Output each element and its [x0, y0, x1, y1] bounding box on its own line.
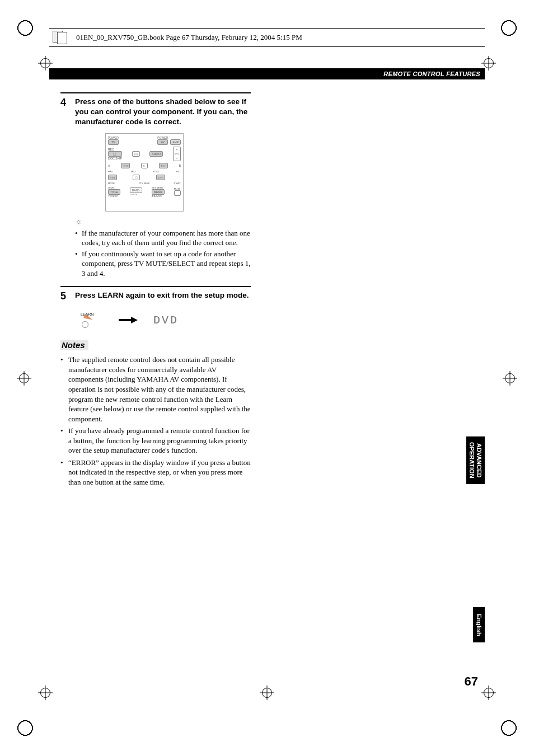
- main-column: 4 Press one of the buttons shaded below …: [60, 92, 251, 490]
- remote-vol-minus: –: [176, 157, 178, 160]
- remote-btn-audio: AUDIO: [149, 151, 163, 157]
- remote-btn-rec: ◯: [108, 151, 122, 157]
- remote-label: START: [174, 182, 181, 185]
- crop-mark: [17, 371, 31, 386]
- crop-mark: [260, 685, 274, 700]
- crop-mark: [481, 685, 496, 700]
- remote-label: A: [108, 164, 110, 167]
- learn-row: LEARN DVD: [81, 312, 251, 328]
- side-tab-line: OPERATION: [469, 442, 475, 478]
- remote-btn-mute: [174, 190, 181, 196]
- file-info-bar: 01EN_00_RXV750_GB.book Page 67 Thursday,…: [49, 28, 485, 47]
- remote-btn-stop: ▢: [133, 175, 140, 180]
- crop-mark: [38, 685, 53, 700]
- side-tab-english: English: [473, 607, 485, 643]
- step-4: 4 Press one of the buttons shaded below …: [60, 92, 251, 278]
- remote-btn-menu: MENU: [152, 189, 165, 195]
- remote-btn-title: TITLE: [108, 189, 120, 195]
- tip-icon: ☼: [75, 217, 251, 226]
- step-number: 4: [60, 97, 75, 128]
- remote-label: TV VOL: [130, 193, 142, 196]
- notes-heading-text: Notes: [60, 340, 88, 350]
- reg-mark: [500, 720, 517, 736]
- remote-label: JAZZ: [130, 170, 136, 173]
- tips-list: If the manufacturer of your component ha…: [75, 228, 251, 279]
- remote-label: DISC SKIP: [108, 157, 122, 160]
- side-tab-text: English: [476, 614, 483, 636]
- reg-mark: [17, 720, 34, 736]
- remote-label: POWER: [157, 136, 168, 139]
- remote-vol-plus: +: [176, 148, 178, 151]
- remote-diagram: POWER TV POWER AV AMP REC ◯: [105, 133, 184, 212]
- reg-mark: [500, 20, 517, 36]
- remote-label: MODE: [108, 182, 115, 185]
- remote-label: SET MENU: [152, 186, 165, 189]
- remote-label: ROCK: [153, 170, 160, 173]
- display-readout: DVD: [153, 314, 179, 327]
- step-text: Press one of the buttons shaded below to…: [75, 97, 251, 128]
- file-icon: [51, 31, 71, 44]
- tip-item: If you continuously want to set up a cod…: [75, 249, 251, 279]
- remote-btn-av: AV: [157, 139, 168, 145]
- remote-label: LEVEL: [108, 186, 120, 189]
- remote-btn-tv: TV: [108, 139, 119, 145]
- side-tab-advanced-operation: ADVANCED OPERATION: [466, 436, 485, 484]
- remote-label: ENT.: [176, 170, 181, 173]
- step-number: 5: [60, 290, 75, 302]
- remote-vol-label: VOL: [175, 152, 179, 155]
- section-banner: REMOTE CONTROL FEATURES: [49, 68, 485, 79]
- note-item: “ERROR” appears in the display window if…: [60, 458, 251, 487]
- remote-btn-band: BAND: [130, 187, 142, 193]
- step-5: 5 Press LEARN again to exit from the set…: [60, 286, 251, 328]
- notes-list: The supplied remote control does not con…: [60, 355, 251, 487]
- tip-item: If the manufacturer of your component ha…: [75, 228, 251, 248]
- learn-icon: LEARN: [81, 312, 103, 328]
- remote-label: HALL: [108, 170, 114, 173]
- note-item: If you have already programmed a remote …: [60, 426, 251, 456]
- notes-heading: Notes: [60, 340, 251, 350]
- remote-label: TV INPUT: [108, 195, 120, 198]
- remote-label: PTY SEEK: [139, 182, 150, 185]
- side-tabs: ADVANCED OPERATION English: [466, 436, 485, 642]
- remote-btn-ff: ▷▷: [159, 163, 168, 168]
- remote-btn-pause: ▯▯: [132, 151, 140, 157]
- remote-btn-rew: ◁◁: [121, 163, 130, 168]
- remote-btn-prev: ◁◁: [108, 175, 117, 180]
- page-number: 67: [465, 674, 478, 689]
- step-text: Press LEARN again to exit from the setup…: [75, 290, 249, 302]
- remote-label: MUTE: [174, 187, 181, 190]
- remote-label: A/B/C/D/E: [152, 195, 165, 198]
- file-info-text: 01EN_00_RXV750_GB.book Page 67 Thursday,…: [76, 33, 302, 42]
- remote-btn-next: ▷▷: [156, 175, 165, 180]
- side-tab-line: ADVANCED: [476, 443, 483, 478]
- remote-btn-play: ▷: [141, 163, 148, 168]
- remote-label: B: [179, 164, 181, 167]
- crop-mark: [503, 371, 517, 386]
- section-title: REMOTE CONTROL FEATURES: [383, 71, 480, 77]
- remote-btn-amp: AMP: [170, 139, 181, 145]
- remote-label: REC: [108, 148, 122, 151]
- remote-label: POWER: [108, 136, 119, 139]
- arrow-right-icon: [119, 317, 138, 323]
- note-item: The supplied remote control does not con…: [60, 355, 251, 424]
- reg-mark: [17, 20, 34, 36]
- remote-vol: + VOL –: [173, 147, 181, 161]
